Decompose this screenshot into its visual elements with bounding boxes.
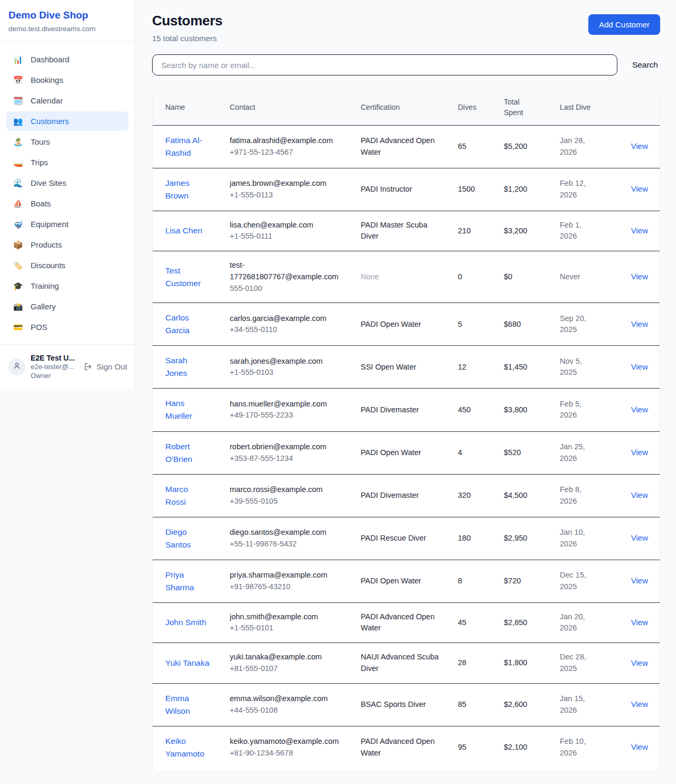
sidebar-item-label: Tours (31, 137, 50, 146)
view-link[interactable]: View (631, 658, 648, 667)
customer-name-link[interactable]: Robert O'Brien (165, 440, 211, 466)
tours-icon: 🏝️ (13, 138, 23, 146)
customer-name-link[interactable]: Fatima Al-Rashid (165, 134, 211, 159)
view-link[interactable]: View (631, 362, 648, 371)
sidebar-item-label: Gallery (31, 302, 56, 311)
last-dive: Jan 10, 2026 (547, 517, 605, 560)
column-header-dives: Dives (445, 90, 491, 125)
sidebar: Demo Dive Shop demo.test.divestreams.com… (0, 0, 135, 389)
customer-count: 15 total customers (152, 34, 222, 43)
customer-name-link[interactable]: Test Customer (165, 265, 211, 290)
sidebar-item-tours[interactable]: 🏝️ Tours (6, 132, 128, 152)
view-link[interactable]: View (631, 533, 648, 542)
sidebar-item-discounts[interactable]: 🏷️ Discounts (6, 256, 128, 275)
view-link[interactable]: View (631, 742, 648, 751)
last-dive: Feb 10, 2026 (547, 726, 605, 769)
sidebar-item-label: Boats (31, 199, 51, 208)
dive-sites-icon: 🌊 (13, 179, 23, 187)
customer-phone: +39-555-0105 (230, 496, 342, 507)
search-button[interactable]: Search (630, 60, 660, 70)
sidebar-item-pos[interactable]: 💳 POS (6, 317, 128, 337)
last-dive: Never (547, 251, 605, 303)
view-link[interactable]: View (631, 490, 648, 499)
customer-name-link[interactable]: Keiko Yamamoto (165, 735, 211, 760)
certification: PADI Advanced Open Water (361, 612, 435, 632)
certification: PADI Open Water (361, 448, 421, 457)
customer-name-link[interactable]: Carlos Garcia (165, 311, 211, 337)
view-link[interactable]: View (631, 272, 648, 281)
customer-name-link[interactable]: Priya Sharma (165, 569, 211, 594)
sidebar-item-trips[interactable]: 🚤 Trips (6, 153, 128, 172)
table-row: Keiko Yamamoto keiko.yamamoto@example.co… (153, 726, 660, 769)
sign-out-label: Sign Out (97, 362, 127, 371)
sidebar-item-dashboard[interactable]: 📊 Dashboard (6, 50, 128, 69)
sidebar-item-bookings[interactable]: 📅 Bookings (6, 70, 128, 90)
customer-name-link[interactable]: Diego Santos (165, 526, 211, 551)
customer-email: fatima.alrashid@example.com (230, 135, 342, 147)
customer-phone: +44-555-0108 (230, 705, 342, 716)
total-spent: $680 (491, 303, 547, 346)
sidebar-item-customers[interactable]: 👥 Customers (6, 111, 128, 131)
certification: PADI Advanced Open Water (361, 737, 435, 757)
sidebar-item-dive-sites[interactable]: 🌊 Dive Sites (6, 173, 128, 193)
customer-name-link[interactable]: Marco Rossi (165, 483, 211, 508)
add-customer-button[interactable]: Add Customer (588, 14, 660, 35)
dives-count: 4 (445, 431, 491, 474)
page-header: Customers 15 total customers Add Custome… (152, 13, 660, 43)
view-link[interactable]: View (631, 576, 648, 585)
last-dive: Jan 28, 2026 (547, 125, 605, 168)
sidebar-item-label: Bookings (31, 75, 63, 84)
table-row: Fatima Al-Rashid fatima.alrashid@example… (153, 125, 660, 168)
customer-name-link[interactable]: Sarah Jones (165, 354, 211, 380)
sidebar-item-boats[interactable]: ⛵ Boats (6, 194, 128, 213)
view-link[interactable]: View (631, 226, 648, 235)
total-spent: $1,450 (491, 346, 547, 389)
customer-phone: +971-55-123-4567 (230, 147, 342, 158)
customer-name-link[interactable]: Emma Wilson (165, 692, 211, 717)
sidebar-item-calendar[interactable]: 🗓️ Calendar (6, 91, 128, 110)
view-link[interactable]: View (631, 184, 648, 193)
sidebar-item-equipment[interactable]: 🤿 Equipment (6, 214, 128, 234)
customer-phone: +81-555-0107 (230, 663, 342, 675)
last-dive: Dec 28, 2025 (547, 643, 605, 684)
dives-count: 95 (445, 726, 491, 769)
table-row: John Smith john.smith@example.com +1-555… (153, 602, 660, 643)
sidebar-item-label: POS (31, 323, 48, 332)
customer-name-link[interactable]: Hans Mueller (165, 397, 211, 422)
main-content: Customers 15 total customers Add Custome… (135, 0, 676, 772)
sidebar-item-gallery[interactable]: 📸 Gallery (6, 297, 128, 316)
sign-out-icon (83, 362, 92, 371)
customer-email: hans.mueller@example.com (230, 399, 342, 410)
last-dive: Feb 1, 2026 (547, 211, 605, 251)
customer-phone: +353-87-555-1234 (230, 453, 342, 465)
user-icon (13, 362, 21, 372)
total-spent: $520 (491, 431, 547, 474)
view-link[interactable]: View (631, 405, 648, 414)
sidebar-item-training[interactable]: 🎓 Training (6, 276, 128, 296)
customer-name-link[interactable]: Yuki Tanaka (165, 657, 209, 669)
view-link[interactable]: View (631, 141, 648, 150)
search-input[interactable] (152, 54, 617, 75)
view-link[interactable]: View (631, 700, 648, 709)
table-row: Lisa Chen lisa.chen@example.com +1-555-0… (153, 211, 660, 251)
view-link[interactable]: View (631, 448, 648, 457)
view-link[interactable]: View (631, 319, 648, 328)
column-header-name: Name (153, 90, 217, 125)
sidebar-item-products[interactable]: 📦 Products (6, 235, 128, 254)
sidebar-item-label: Dive Sites (31, 178, 67, 187)
total-spent: $2,600 (491, 683, 547, 726)
pos-icon: 💳 (13, 323, 23, 331)
sign-out-button[interactable]: Sign Out (83, 362, 127, 371)
table-row: Sarah Jones sarah.jones@example.com +1-5… (153, 346, 660, 389)
customer-email: keiko.yamamoto@example.com (230, 736, 342, 748)
customer-name-link[interactable]: Lisa Chen (165, 224, 202, 237)
view-link[interactable]: View (631, 618, 648, 627)
last-dive: Jan 15, 2026 (547, 683, 605, 726)
bookings-icon: 📅 (13, 76, 23, 84)
certification: PADI Open Water (361, 577, 421, 585)
total-spent: $2,850 (491, 602, 547, 643)
sidebar-nav: 📊 Dashboard 📅 Bookings 🗓️ Calendar 👥 Cus… (0, 42, 135, 344)
customer-name-link[interactable]: John Smith (165, 616, 206, 629)
last-dive: Jan 25, 2026 (547, 431, 605, 474)
customer-name-link[interactable]: James Brown (165, 177, 211, 202)
